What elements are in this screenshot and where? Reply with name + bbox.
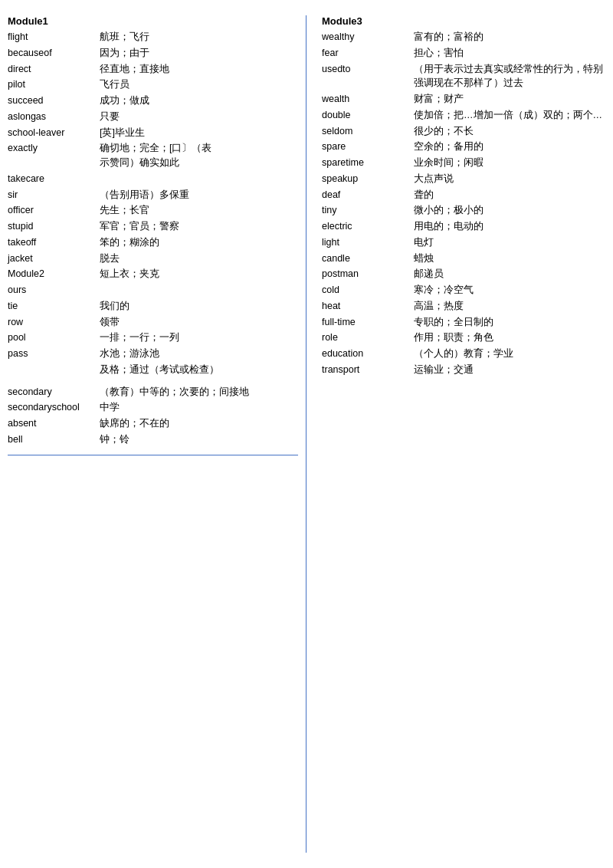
list-item: postman 邮递员 <box>322 267 605 281</box>
list-item: school-leaver [英]毕业生 <box>8 126 298 140</box>
list-item: fear 担心；害怕 <box>322 46 605 61</box>
word: sir <box>8 188 100 202</box>
list-item: direct 径直地；直接地 <box>8 62 298 77</box>
right-column: Module3 wealthy 富有的；富裕的 fear 担心；害怕 usedt… <box>306 15 605 853</box>
list-item: sir （告别用语）多保重 <box>8 188 298 202</box>
definition: [英]毕业生 <box>100 126 298 140</box>
definition: 微小的；极小的 <box>414 203 605 218</box>
definition: 空余的；备用的 <box>414 140 605 154</box>
definition: 使加倍；把…增加一倍（成）双的；两个… <box>414 108 605 123</box>
definition: 电灯 <box>414 235 605 250</box>
list-item: pilot 飞行员 <box>8 77 298 92</box>
definition: 邮递员 <box>414 267 605 281</box>
list-item: officer 先生；长官 <box>8 203 298 218</box>
definition: 飞行员 <box>100 77 298 92</box>
definition: 中学 <box>100 400 298 415</box>
word: pool <box>8 330 100 345</box>
word: fear <box>322 46 414 61</box>
word: row <box>8 315 100 330</box>
list-item: speakup 大点声说 <box>322 172 605 186</box>
definition: 笨的；糊涂的 <box>100 235 298 250</box>
page-container: Module1 flight 航班；飞行 becauseof 因为；由于 dir… <box>0 0 613 868</box>
list-item: secondary （教育）中等的；次要的；间接地 <box>8 385 298 399</box>
definition: 高温；热度 <box>414 299 605 314</box>
definition: 只要 <box>100 110 298 124</box>
list-item: exactly 确切地；完全；[口〕（表示赞同）确实如此 <box>8 141 298 170</box>
right-vocab-list: wealthy 富有的；富裕的 fear 担心；害怕 usedto （用于表示过… <box>322 30 605 377</box>
list-item: flight 航班；飞行 <box>8 30 298 44</box>
word: flight <box>8 30 100 44</box>
word: tie <box>8 299 100 314</box>
word: Module2 <box>8 267 100 281</box>
list-item: deaf 聋的 <box>322 188 605 202</box>
list-item: tie 我们的 <box>8 299 298 314</box>
list-item: absent 缺席的；不在的 <box>8 416 298 431</box>
word: becauseof <box>8 46 100 61</box>
definition: 作用；职责；角色 <box>414 330 605 345</box>
list-item: education （个人的）教育；学业 <box>322 347 605 361</box>
word: takeoff <box>8 235 100 250</box>
definition: （用于表示过去真实或经常性的行为，特别强调现在不那样了）过去 <box>414 62 605 91</box>
definition: 富有的；富裕的 <box>414 30 605 44</box>
definition: 我们的 <box>100 299 298 314</box>
word: cold <box>322 283 414 298</box>
word: absent <box>8 416 100 431</box>
word: seldom <box>322 124 414 139</box>
list-item: bell 钟；铃 <box>8 432 298 447</box>
list-item: full-time 专职的；全日制的 <box>322 315 605 330</box>
word: usedto <box>322 62 414 91</box>
list-item: electric 用电的；电动的 <box>322 219 605 234</box>
list-item: wealth 财富；财产 <box>322 92 605 107</box>
list-item: takeoff 笨的；糊涂的 <box>8 235 298 250</box>
definition: 蜡烛 <box>414 252 605 266</box>
word: sparetime <box>322 156 414 170</box>
word: jacket <box>8 252 100 266</box>
definition: 军官；官员；警察 <box>100 219 298 234</box>
definition <box>100 172 298 186</box>
word: pass <box>8 347 100 361</box>
bottom-border-line <box>8 455 298 455</box>
word: succeed <box>8 94 100 108</box>
word: wealthy <box>322 30 414 44</box>
word: secondary <box>8 385 100 399</box>
definition: 及格；通过（考试或检查） <box>100 363 298 377</box>
definition: 用电的；电动的 <box>414 219 605 234</box>
list-item: becauseof 因为；由于 <box>8 46 298 61</box>
definition: 径直地；直接地 <box>100 62 298 77</box>
word: secondaryschool <box>8 400 100 415</box>
list-item: takecare <box>8 172 298 186</box>
word: speakup <box>322 172 414 186</box>
word: bell <box>8 432 100 447</box>
list-item: cold 寒冷；冷空气 <box>322 283 605 298</box>
list-item: role 作用；职责；角色 <box>322 330 605 345</box>
definition <box>100 283 298 298</box>
word: double <box>322 108 414 123</box>
list-item: double 使加倍；把…增加一倍（成）双的；两个… <box>322 108 605 123</box>
word: pilot <box>8 77 100 92</box>
list-item: stupid 军官；官员；警察 <box>8 219 298 234</box>
definition: 短上衣；夹克 <box>100 267 298 281</box>
definition: 水池；游泳池 <box>100 347 298 361</box>
definition: （个人的）教育；学业 <box>414 347 605 361</box>
definition: 财富；财产 <box>414 92 605 107</box>
definition: （告别用语）多保重 <box>100 188 298 202</box>
list-item: ours <box>8 283 298 298</box>
definition: 确切地；完全；[口〕（表示赞同）确实如此 <box>100 141 298 170</box>
word: officer <box>8 203 100 218</box>
list-item: tiny 微小的；极小的 <box>322 203 605 218</box>
word: tiny <box>322 203 414 218</box>
list-item: seldom 很少的；不长 <box>322 124 605 139</box>
list-item: heat 高温；热度 <box>322 299 605 314</box>
definition: 业余时间；闲暇 <box>414 156 605 170</box>
list-item: usedto （用于表示过去真实或经常性的行为，特别强调现在不那样了）过去 <box>322 62 605 91</box>
definition: 航班；飞行 <box>100 30 298 44</box>
word: school-leaver <box>8 126 100 140</box>
left-vocab-list-2: secondary （教育）中等的；次要的；间接地 secondaryschoo… <box>8 385 298 447</box>
definition: 一排；一行；一列 <box>100 330 298 345</box>
word: transport <box>322 363 414 377</box>
word <box>8 363 100 377</box>
list-item: 及格；通过（考试或检查） <box>8 363 298 377</box>
list-item: aslongas 只要 <box>8 110 298 124</box>
definition: 缺席的；不在的 <box>100 416 298 431</box>
list-item: wealthy 富有的；富裕的 <box>322 30 605 44</box>
